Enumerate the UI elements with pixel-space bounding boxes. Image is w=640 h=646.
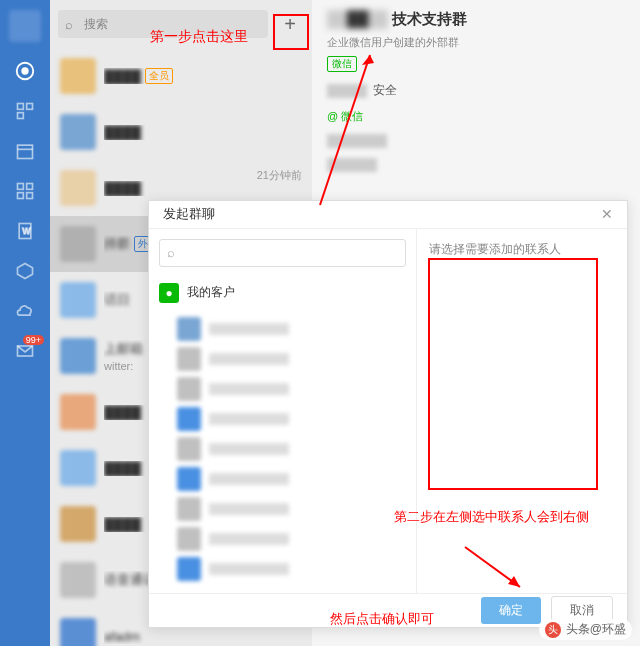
confirm-button[interactable]: 确定 <box>481 597 541 624</box>
chat-title: 持群 <box>104 235 130 253</box>
svg-rect-5 <box>18 145 33 158</box>
wechat-tag: 微信 <box>327 56 357 72</box>
svg-text:W: W <box>23 226 31 236</box>
chat-badge: 全员 <box>145 68 173 84</box>
user-avatar[interactable] <box>9 10 41 42</box>
chat-title: ████ <box>104 181 141 196</box>
dialog-search-icon: ⌕ <box>167 245 175 260</box>
contact-avatar <box>177 407 201 431</box>
contact-item[interactable] <box>177 495 406 523</box>
box-icon[interactable] <box>14 260 36 282</box>
svg-rect-4 <box>18 113 24 119</box>
close-icon[interactable]: ✕ <box>601 206 613 222</box>
dialog-prompt: 请选择需要添加的联系人 <box>429 242 561 256</box>
wechat-icon: ● <box>159 283 179 303</box>
dialog-selected-panel: 请选择需要添加的联系人 <box>417 229 627 593</box>
chat-item[interactable]: ████ 全员 <box>50 48 312 104</box>
search-input[interactable] <box>58 10 268 38</box>
contact-name <box>209 503 289 515</box>
contact-name <box>209 413 289 425</box>
contact-item[interactable] <box>177 435 406 463</box>
chat-title: ████ <box>104 405 141 420</box>
watermark-text: 头条@环盛 <box>566 621 626 638</box>
dialog-contact-selector: ⌕ ● 我的客户 <box>149 229 417 593</box>
svg-rect-10 <box>27 193 33 199</box>
dialog-title: 发起群聊 <box>163 205 215 223</box>
contacts-icon[interactable] <box>14 100 36 122</box>
contact-avatar <box>177 557 201 581</box>
contact-avatar <box>177 347 201 371</box>
contact-item[interactable] <box>177 345 406 373</box>
contact-item[interactable] <box>177 555 406 583</box>
contact-avatar <box>177 497 201 521</box>
chat-title: ████ <box>104 69 141 84</box>
svg-rect-2 <box>18 104 24 110</box>
contact-name <box>209 473 289 485</box>
svg-marker-13 <box>18 264 33 279</box>
chat-title: ████ <box>104 517 141 532</box>
chat-avatar <box>60 58 96 94</box>
detail-title: ██技术支持群 <box>327 10 625 29</box>
new-chat-button[interactable]: + <box>276 10 304 38</box>
calendar-icon[interactable] <box>14 140 36 162</box>
contact-item[interactable] <box>177 405 406 433</box>
detail-row-2: @ 微信 <box>327 109 625 124</box>
contact-name <box>209 353 289 365</box>
nav-sidebar: W 99+ <box>0 0 50 646</box>
contact-item[interactable] <box>177 315 406 343</box>
chat-avatar <box>60 170 96 206</box>
detail-subtitle: 企业微信用户创建的外部群 <box>327 35 625 50</box>
chat-icon[interactable] <box>14 60 36 82</box>
watermark-logo-icon: 头 <box>545 622 561 638</box>
contact-avatar <box>177 437 201 461</box>
chat-avatar <box>60 450 96 486</box>
chat-title: ████ <box>104 125 141 140</box>
chat-avatar <box>60 394 96 430</box>
mail-badge: 99+ <box>23 335 44 345</box>
contact-item[interactable] <box>177 525 406 553</box>
svg-point-1 <box>21 67 28 74</box>
chat-avatar <box>60 506 96 542</box>
chat-avatar <box>60 338 96 374</box>
chat-avatar <box>60 114 96 150</box>
contact-item[interactable] <box>177 465 406 493</box>
apps-icon[interactable] <box>14 180 36 202</box>
contact-avatar <box>177 377 201 401</box>
contact-name <box>209 383 289 395</box>
contact-item[interactable] <box>177 375 406 403</box>
contact-avatar <box>177 317 201 341</box>
detail-row-1: 安全 <box>327 82 625 99</box>
contact-name <box>209 323 289 335</box>
svg-rect-8 <box>27 184 33 190</box>
search-icon: ⌕ <box>65 17 73 32</box>
contact-group[interactable]: ● 我的客户 <box>159 277 406 309</box>
watermark: 头 头条@环盛 <box>539 619 632 640</box>
contact-avatar <box>177 527 201 551</box>
cloud-icon[interactable] <box>14 300 36 322</box>
create-group-dialog: 发起群聊 ✕ ⌕ ● 我的客户 请选择需要添加的联系人 确定 取消 <box>148 200 628 628</box>
chat-time: 21分钟前 <box>257 168 302 183</box>
chat-title: 话日 <box>104 291 130 309</box>
svg-rect-7 <box>18 184 24 190</box>
dialog-search-input[interactable] <box>159 239 406 267</box>
contact-group-label: 我的客户 <box>187 284 235 301</box>
chat-avatar <box>60 562 96 598</box>
mail-icon[interactable]: 99+ <box>14 340 36 362</box>
chat-avatar <box>60 618 96 646</box>
chat-avatar <box>60 226 96 262</box>
chat-title: ████ <box>104 461 141 476</box>
contact-avatar <box>177 467 201 491</box>
chat-item[interactable]: ████ <box>50 104 312 160</box>
chat-title: 上邮箱 <box>104 340 143 358</box>
chat-avatar <box>60 282 96 318</box>
svg-rect-9 <box>18 193 24 199</box>
contact-name <box>209 563 289 575</box>
svg-rect-3 <box>27 104 33 110</box>
docs-icon[interactable]: W <box>14 220 36 242</box>
chat-title: afadm <box>104 629 140 644</box>
contact-name <box>209 443 289 455</box>
contact-name <box>209 533 289 545</box>
